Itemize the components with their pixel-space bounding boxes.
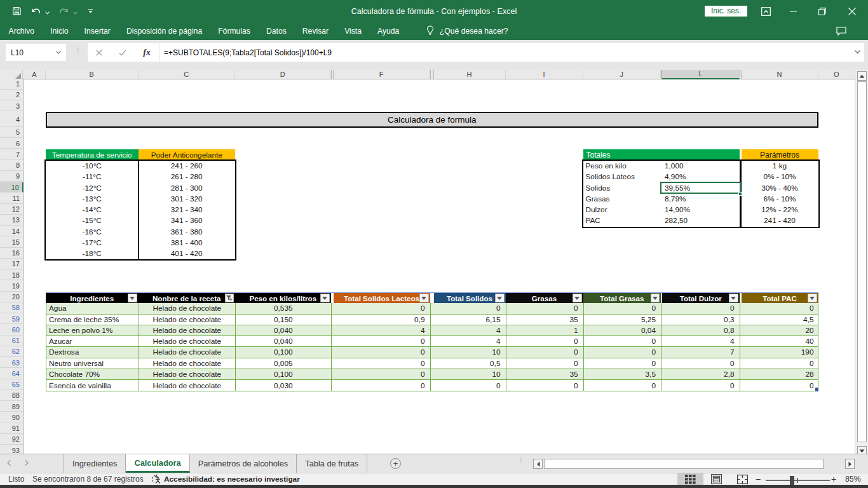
- table-cell[interactable]: 4: [435, 336, 506, 346]
- table-cell[interactable]: 40: [742, 336, 819, 346]
- row-header-3[interactable]: 3: [0, 101, 23, 111]
- row-header-13[interactable]: 13: [0, 215, 23, 226]
- table-header-D[interactable]: Peso en kilos/litros: [235, 293, 331, 304]
- table-cell[interactable]: 0,5: [435, 358, 506, 369]
- anticongelante-cell[interactable]: 301 - 320: [139, 193, 236, 204]
- insert-function-icon[interactable]: fx: [143, 48, 151, 58]
- table-header-I[interactable]: Grasas: [506, 293, 583, 304]
- next-sheet-icon[interactable]: [18, 460, 36, 467]
- tell-me-box[interactable]: ¿Qué desea hacer?: [426, 25, 508, 37]
- table-cell[interactable]: 3,5: [584, 369, 662, 379]
- table-cell[interactable]: 4: [663, 336, 740, 346]
- row-header-60[interactable]: 60: [0, 325, 23, 335]
- table-cell[interactable]: 0: [584, 358, 662, 369]
- row-header-89[interactable]: 89: [0, 402, 23, 412]
- table-header-C[interactable]: Nonbre de la receta: [139, 293, 236, 304]
- save-icon[interactable]: [9, 0, 25, 22]
- row-header-11[interactable]: 11: [0, 193, 23, 203]
- table-cell[interactable]: 2,8: [663, 369, 740, 379]
- sheet-tab-par-metros-de-alcoholes[interactable]: Parámetros de alcoholes: [190, 454, 297, 473]
- sheet-canvas[interactable]: Calculadora de formulaTemperatura de ser…: [24, 79, 855, 454]
- sheet-tab-tabla-de-frutas[interactable]: Tabla de frutas: [297, 454, 367, 473]
- table-cell[interactable]: 10: [435, 347, 506, 357]
- customize-qat-icon[interactable]: [81, 0, 97, 22]
- horizontal-scroll-thumb[interactable]: [544, 459, 824, 469]
- close-icon[interactable]: [843, 0, 861, 22]
- row-header-1[interactable]: 1: [0, 79, 23, 90]
- table-header-J[interactable]: Total Grasas: [583, 293, 661, 304]
- column-header-A[interactable]: A: [24, 70, 46, 79]
- anticongelante-cell[interactable]: 261 - 280: [139, 172, 236, 182]
- anticongelante-cell[interactable]: 341 - 360: [139, 215, 236, 226]
- totals-param[interactable]: 6% - 10%: [742, 193, 818, 204]
- totals-param[interactable]: 12% - 22%: [742, 205, 818, 215]
- table-cell[interactable]: 0: [435, 380, 506, 391]
- name-box-resizer[interactable]: ⋮: [74, 48, 79, 61]
- row-header-8[interactable]: 8: [0, 161, 23, 171]
- table-cell[interactable]: 0: [663, 358, 740, 369]
- table-cell[interactable]: 0: [742, 358, 819, 369]
- table-cell[interactable]: 10: [435, 369, 506, 379]
- anticongelante-cell[interactable]: 381 - 400: [139, 237, 236, 248]
- sheet-tab-calculadora[interactable]: Calculadora: [126, 454, 189, 473]
- row-header-64[interactable]: 64: [0, 369, 23, 379]
- table-cell[interactable]: Helado de chocolate: [139, 380, 236, 391]
- temp-cell[interactable]: -17°C: [46, 237, 139, 248]
- table-cell[interactable]: 0: [506, 358, 584, 369]
- column-header-J[interactable]: J: [583, 70, 661, 79]
- minimize-icon[interactable]: [784, 0, 802, 22]
- fill-handle[interactable]: [738, 192, 742, 196]
- table-cell[interactable]: 7: [663, 347, 740, 357]
- ribbon-tab-revisar[interactable]: Revisar: [294, 22, 336, 40]
- column-headers[interactable]: ABCDFHIJLNO: [0, 70, 855, 79]
- table-cell[interactable]: Helado de chocolate: [139, 347, 236, 357]
- column-header-B[interactable]: B: [46, 70, 139, 79]
- table-cell[interactable]: 0: [334, 380, 431, 391]
- row-header-17[interactable]: 17: [0, 259, 23, 269]
- row-header-10[interactable]: 10: [0, 182, 24, 193]
- anticongelante-cell[interactable]: 321 - 340: [139, 205, 236, 215]
- table-cell[interactable]: 35: [506, 369, 584, 379]
- totals-label[interactable]: Grasas: [583, 193, 661, 204]
- anticongelante-cell[interactable]: 281 - 300: [139, 182, 236, 193]
- totals-param[interactable]: 0% - 10%: [742, 172, 818, 182]
- table-cell[interactable]: 0,535: [236, 303, 332, 313]
- ribbon-tab-f-rmulas[interactable]: Fórmulas: [210, 22, 259, 40]
- temp-cell[interactable]: -15°C: [46, 215, 139, 226]
- table-cell[interactable]: 0: [435, 303, 506, 313]
- row-header-62[interactable]: 62: [0, 347, 23, 357]
- table-cell[interactable]: 0: [584, 380, 662, 391]
- totals-value[interactable]: 8,79%: [662, 193, 740, 204]
- name-box[interactable]: L10: [5, 43, 67, 62]
- row-header-61[interactable]: 61: [0, 336, 23, 346]
- row-header-91[interactable]: 91: [0, 424, 23, 434]
- column-header-D[interactable]: D: [235, 70, 331, 79]
- temp-cell[interactable]: -18°C: [46, 248, 139, 259]
- ribbon-tab-datos[interactable]: Datos: [258, 22, 294, 40]
- table-header-H[interactable]: Total Solidos: [434, 293, 506, 304]
- temp-cell[interactable]: -14°C: [46, 205, 139, 215]
- table-cell[interactable]: 0,150: [236, 315, 332, 325]
- row-header-12[interactable]: 12: [0, 205, 23, 215]
- zoom-level[interactable]: 85%: [845, 473, 861, 485]
- table-cell[interactable]: 5,25: [584, 315, 662, 325]
- table-cell[interactable]: 1: [506, 325, 584, 336]
- column-header-I[interactable]: I: [506, 70, 583, 79]
- column-header-O[interactable]: O: [818, 70, 856, 79]
- table-cell[interactable]: 0: [334, 303, 431, 313]
- row-header-5[interactable]: 5: [0, 128, 23, 138]
- row-header-58[interactable]: 58: [0, 303, 23, 313]
- column-header-H[interactable]: H: [434, 70, 506, 79]
- normal-view-button[interactable]: [677, 473, 703, 485]
- sheet-title-cell[interactable]: Calculadora de formula: [46, 112, 818, 128]
- restore-icon[interactable]: [813, 0, 831, 22]
- zoom-out-button[interactable]: −: [756, 473, 761, 485]
- totals-value[interactable]: 282,50: [662, 215, 740, 226]
- row-header-65[interactable]: 65: [0, 380, 23, 390]
- totals-label[interactable]: Peso en kilo: [583, 161, 661, 172]
- table-cell[interactable]: Helado de chocolate: [139, 336, 236, 346]
- totals-label[interactable]: Dulzor: [583, 205, 661, 215]
- table-cell[interactable]: 0: [506, 347, 584, 357]
- table-cell[interactable]: 4: [334, 325, 431, 336]
- row-header-88[interactable]: 88: [0, 391, 23, 401]
